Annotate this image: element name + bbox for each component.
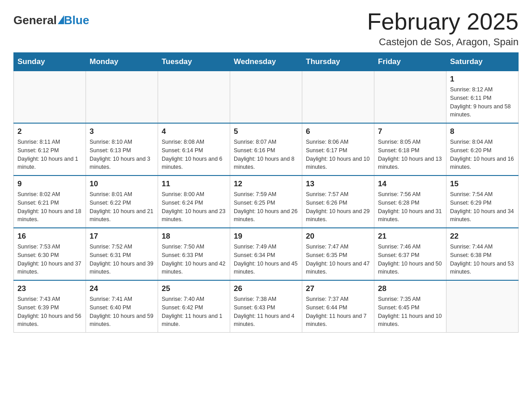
day-info-line: Sunset: 6:30 PM (17, 251, 82, 260)
calendar-cell: 26Sunrise: 7:38 AMSunset: 6:43 PMDayligh… (230, 280, 302, 333)
day-info-line: Sunrise: 8:06 AM (306, 138, 370, 146)
day-info-line: Sunset: 6:24 PM (162, 199, 226, 207)
day-number: 13 (306, 180, 370, 188)
day-info-line: Sunrise: 8:00 AM (162, 190, 226, 199)
calendar-cell: 1Sunrise: 8:12 AMSunset: 6:11 PMDaylight… (446, 71, 519, 124)
day-info-line: Sunset: 6:16 PM (234, 146, 298, 155)
day-number: 2 (17, 127, 82, 136)
day-info-line: Sunrise: 7:57 AM (306, 190, 370, 199)
calendar-cell: 25Sunrise: 7:40 AMSunset: 6:42 PMDayligh… (158, 280, 230, 333)
calendar-cell: 8Sunrise: 8:04 AMSunset: 6:20 PMDaylight… (446, 123, 519, 176)
day-info-line: Sunrise: 8:05 AM (378, 138, 442, 146)
day-info-line: Daylight: 10 hours and 50 minutes. (378, 260, 442, 277)
day-info-line: Sunset: 6:11 PM (450, 94, 515, 103)
day-info-line: Sunrise: 7:44 AM (450, 243, 515, 251)
calendar-cell: 19Sunrise: 7:49 AMSunset: 6:34 PMDayligh… (230, 228, 302, 280)
day-info-line: Daylight: 11 hours and 7 minutes. (306, 312, 370, 329)
day-info-line: Sunrise: 7:49 AM (234, 243, 298, 251)
day-info-line: Daylight: 10 hours and 6 minutes. (162, 155, 226, 172)
day-info-line: Daylight: 11 hours and 10 minutes. (378, 312, 442, 329)
weekday-header-wednesday: Wednesday (230, 53, 302, 71)
day-info-line: Sunrise: 8:08 AM (162, 138, 226, 146)
day-info-line: Sunrise: 8:11 AM (17, 138, 82, 146)
calendar-cell: 10Sunrise: 8:01 AMSunset: 6:22 PMDayligh… (86, 176, 158, 228)
day-info-line: Sunset: 6:45 PM (378, 304, 442, 312)
day-info-line: Sunset: 6:43 PM (234, 304, 298, 312)
day-info-line: Daylight: 10 hours and 42 minutes. (162, 260, 226, 277)
calendar-week-row: 1Sunrise: 8:12 AMSunset: 6:11 PMDaylight… (14, 71, 519, 124)
calendar-cell (230, 71, 302, 124)
calendar-cell (14, 71, 86, 124)
day-info-line: Sunrise: 7:37 AM (306, 295, 370, 304)
calendar-week-row: 9Sunrise: 8:02 AMSunset: 6:21 PMDaylight… (14, 176, 519, 228)
day-info-line: Sunrise: 7:46 AM (378, 243, 442, 251)
day-info-line: Sunset: 6:35 PM (306, 251, 370, 260)
day-info-line: Sunset: 6:42 PM (162, 304, 226, 312)
day-info-line: Sunset: 6:20 PM (450, 146, 515, 155)
calendar-cell (302, 71, 374, 124)
weekday-header-row: SundayMondayTuesdayWednesdayThursdayFrid… (14, 53, 519, 71)
day-info-line: Daylight: 10 hours and 56 minutes. (17, 312, 82, 329)
calendar-week-row: 23Sunrise: 7:43 AMSunset: 6:39 PMDayligh… (14, 280, 519, 333)
calendar-cell: 24Sunrise: 7:41 AMSunset: 6:40 PMDayligh… (86, 280, 158, 333)
day-number: 12 (234, 180, 298, 188)
day-number: 17 (90, 232, 154, 241)
day-info-line: Daylight: 10 hours and 45 minutes. (234, 260, 298, 277)
day-info-line: Daylight: 10 hours and 47 minutes. (306, 260, 370, 277)
day-info-line: Sunrise: 8:02 AM (17, 190, 82, 199)
calendar-cell: 2Sunrise: 8:11 AMSunset: 6:12 PMDaylight… (14, 123, 86, 176)
title-section: February 2025 Castejon de Sos, Aragon, S… (367, 9, 519, 48)
day-info-line: Sunset: 6:25 PM (234, 199, 298, 207)
weekday-header-thursday: Thursday (302, 53, 374, 71)
day-info-line: Sunset: 6:44 PM (306, 304, 370, 312)
day-info-line: Sunset: 6:38 PM (450, 251, 515, 260)
day-info-line: Sunset: 6:17 PM (306, 146, 370, 155)
day-info-line: Sunset: 6:22 PM (90, 199, 154, 207)
calendar-cell: 13Sunrise: 7:57 AMSunset: 6:26 PMDayligh… (302, 176, 374, 228)
day-info-line: Sunrise: 8:04 AM (450, 138, 515, 146)
day-number: 5 (234, 127, 298, 136)
day-info-line: Daylight: 11 hours and 4 minutes. (234, 312, 298, 329)
day-info-line: Daylight: 10 hours and 26 minutes. (234, 207, 298, 224)
day-info-line: Daylight: 10 hours and 37 minutes. (17, 260, 82, 277)
day-info-line: Daylight: 10 hours and 13 minutes. (378, 155, 442, 172)
calendar-header: SundayMondayTuesdayWednesdayThursdayFrid… (14, 53, 519, 71)
day-info-line: Daylight: 10 hours and 16 minutes. (450, 155, 515, 172)
day-number: 26 (234, 284, 298, 293)
day-number: 22 (450, 232, 515, 241)
day-info-line: Sunset: 6:40 PM (90, 304, 154, 312)
day-info-line: Daylight: 10 hours and 29 minutes. (306, 207, 370, 224)
logo-blue-text: Blue (64, 13, 89, 27)
day-info-line: Sunset: 6:12 PM (17, 146, 82, 155)
day-number: 10 (90, 180, 154, 188)
day-number: 21 (378, 232, 442, 241)
calendar-cell: 15Sunrise: 7:54 AMSunset: 6:29 PMDayligh… (446, 176, 519, 228)
day-number: 19 (234, 232, 298, 241)
calendar-cell (86, 71, 158, 124)
calendar-cell: 11Sunrise: 8:00 AMSunset: 6:24 PMDayligh… (158, 176, 230, 228)
calendar-cell (374, 71, 446, 124)
calendar-cell: 28Sunrise: 7:35 AMSunset: 6:45 PMDayligh… (374, 280, 446, 333)
calendar-cell: 20Sunrise: 7:47 AMSunset: 6:35 PMDayligh… (302, 228, 374, 280)
day-info-line: Daylight: 9 hours and 58 minutes. (450, 103, 515, 120)
day-info-line: Daylight: 10 hours and 1 minute. (17, 155, 82, 172)
day-info-line: Sunrise: 7:40 AM (162, 295, 226, 304)
day-info-line: Sunset: 6:28 PM (378, 199, 442, 207)
day-info-line: Sunrise: 7:56 AM (378, 190, 442, 199)
day-info-line: Daylight: 10 hours and 18 minutes. (17, 207, 82, 224)
calendar-cell: 3Sunrise: 8:10 AMSunset: 6:13 PMDaylight… (86, 123, 158, 176)
day-info-line: Daylight: 10 hours and 39 minutes. (90, 260, 154, 277)
weekday-header-monday: Monday (86, 53, 158, 71)
day-info-line: Sunrise: 8:10 AM (90, 138, 154, 146)
day-info-line: Sunrise: 8:12 AM (450, 86, 515, 94)
calendar-cell: 22Sunrise: 7:44 AMSunset: 6:38 PMDayligh… (446, 228, 519, 280)
day-info-line: Daylight: 10 hours and 21 minutes. (90, 207, 154, 224)
logo-triangle-icon (58, 15, 64, 24)
calendar-body: 1Sunrise: 8:12 AMSunset: 6:11 PMDaylight… (14, 71, 519, 333)
weekday-header-friday: Friday (374, 53, 446, 71)
calendar-cell: 14Sunrise: 7:56 AMSunset: 6:28 PMDayligh… (374, 176, 446, 228)
day-info-line: Sunrise: 7:53 AM (17, 243, 82, 251)
day-number: 16 (17, 232, 82, 241)
day-number: 9 (17, 180, 82, 188)
day-info-line: Daylight: 10 hours and 8 minutes. (234, 155, 298, 172)
